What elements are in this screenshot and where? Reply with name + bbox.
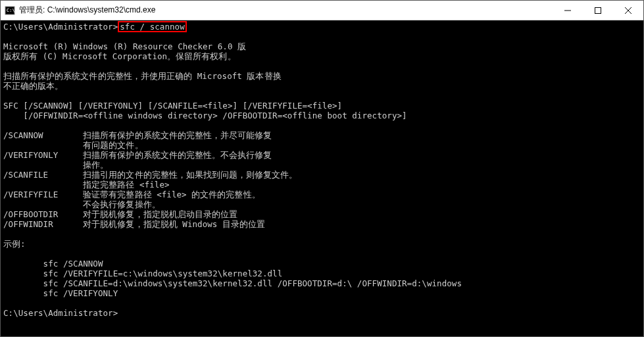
output-line: /OFFBOOTDIR 对于脱机修复，指定脱机启动目录的位置 xyxy=(3,209,237,219)
output-line: [/OFFWINDIR=<offline windows directory> … xyxy=(3,111,407,120)
output-line: 操作。 xyxy=(3,160,109,170)
output-line: 示例: xyxy=(3,239,26,249)
output-line: 扫描所有保护的系统文件的完整性，并使用正确的 Microsoft 版本替换 xyxy=(3,71,282,81)
output-line: 有问题的文件。 xyxy=(3,140,143,150)
close-button[interactable] xyxy=(613,1,643,20)
terminal-output[interactable]: C:\Users\Administrator>sfc / scannow Mic… xyxy=(1,20,643,319)
minimize-button[interactable] xyxy=(553,1,583,20)
titlebar[interactable]: C:\ 管理员: C:\windows\system32\cmd.exe xyxy=(1,1,643,20)
output-line: /SCANFILE 扫描引用的文件的完整性，如果找到问题，则修复文件。 xyxy=(3,170,297,180)
output-line: /VERIFYONLY 扫描所有保护的系统文件的完整性。不会执行修复 xyxy=(3,150,272,160)
output-line: 不会执行修复操作。 xyxy=(3,199,161,209)
output-line: /VERIFYFILE 验证带有完整路径 <file> 的文件的完整性。 xyxy=(3,190,260,199)
prompt-line-1: C:\Users\Administrator>sfc / scannow xyxy=(3,22,187,32)
svg-rect-3 xyxy=(595,7,601,13)
output-line: SFC [/SCANNOW] [/VERIFYONLY] [/SCANFILE=… xyxy=(3,101,342,111)
prompt-line-2: C:\Users\Administrator> xyxy=(3,308,118,318)
output-line: Microsoft (R) Windows (R) Resource Check… xyxy=(3,41,246,51)
output-line: sfc /VERIFYONLY xyxy=(3,288,118,298)
output-line: sfc /SCANFILE=d:\windows\system32\kernel… xyxy=(3,278,462,288)
output-line: 不正确的版本。 xyxy=(3,81,63,91)
window-title: 管理员: C:\windows\system32\cmd.exe xyxy=(19,5,155,16)
maximize-button[interactable] xyxy=(583,1,613,20)
output-line: sfc /SCANNOW xyxy=(3,259,103,269)
title-left: C:\ 管理员: C:\windows\system32\cmd.exe xyxy=(1,5,155,16)
window-controls xyxy=(553,1,643,20)
svg-text:C:\: C:\ xyxy=(7,8,15,13)
output-line: 版权所有 (C) Microsoft Corporation。保留所有权利。 xyxy=(3,51,236,61)
cmd-icon: C:\ xyxy=(5,5,15,16)
command-highlight: sfc / scannow xyxy=(118,21,186,32)
output-line: 指定完整路径 <file> xyxy=(3,180,170,190)
output-line: sfc /VERIFYFILE=c:\windows\system32\kern… xyxy=(3,269,282,278)
output-line: /OFFWINDIR 对于脱机修复，指定脱机 Windows 目录的位置 xyxy=(3,219,265,229)
prompt-prefix: C:\Users\Administrator> xyxy=(3,22,118,32)
output-line: /SCANNOW 扫描所有保护的系统文件的完整性，并尽可能修复 xyxy=(3,130,272,140)
command-text: sfc / scannow xyxy=(120,22,184,32)
